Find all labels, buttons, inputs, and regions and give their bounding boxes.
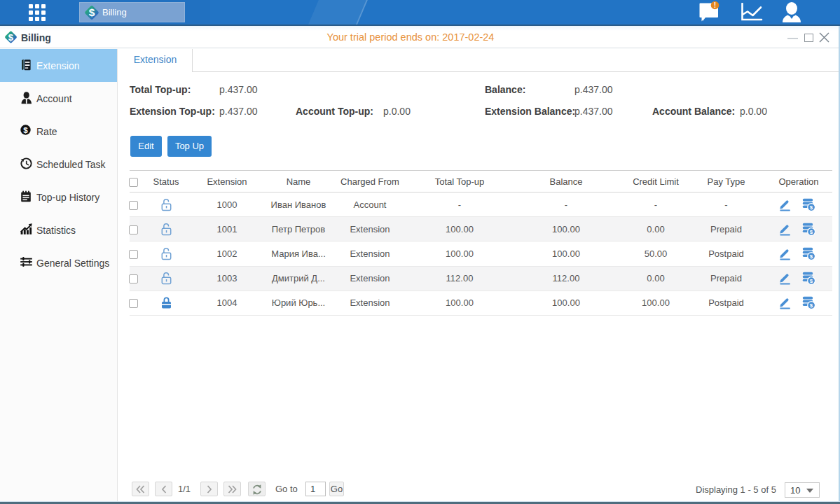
svg-text:$: $ — [809, 253, 813, 260]
svg-text:$: $ — [809, 204, 813, 210]
svg-text:$: $ — [89, 6, 95, 18]
svg-text:!: ! — [714, 1, 716, 9]
svg-text:$: $ — [809, 302, 813, 309]
svg-text:$: $ — [809, 229, 813, 235]
svg-text:$: $ — [23, 125, 28, 134]
svg-text:$: $ — [809, 278, 813, 284]
